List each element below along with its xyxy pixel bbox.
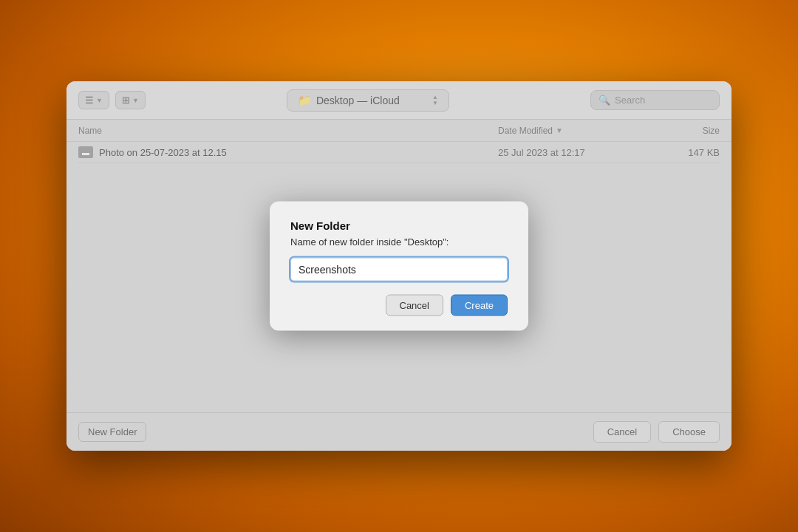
finder-window: ☰ ▼ ⊞ ▼ 📁 Desktop — iCloud ▲▼ 🔍 [66,81,732,451]
folder-name-input[interactable] [290,258,508,282]
new-folder-dialog: New Folder Name of new folder inside "De… [270,202,528,331]
dialog-subtitle: Name of new folder inside "Desktop": [290,236,508,248]
dialog-buttons: Cancel Create [290,295,508,316]
dialog-cancel-button[interactable]: Cancel [386,295,443,316]
dialog-create-button[interactable]: Create [451,295,508,316]
dialog-title: New Folder [290,219,508,232]
